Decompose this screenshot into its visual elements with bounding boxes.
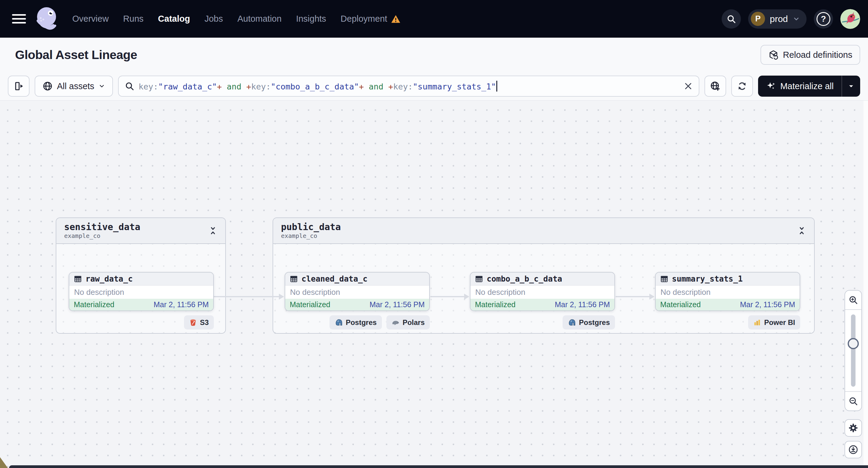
asset-badges-row: PostgresPolars	[285, 315, 430, 330]
status-badge: Materialized	[290, 300, 331, 309]
group-name: public_data	[281, 222, 341, 232]
nav-item-label: Runs	[123, 14, 144, 24]
kind-badge-postgres[interactable]: Postgres	[563, 315, 615, 330]
hamburger-menu-icon[interactable]	[12, 14, 26, 24]
environment-label: prod	[770, 14, 788, 24]
nav-item-jobs[interactable]: Jobs	[205, 14, 223, 24]
asset-description: No description	[285, 285, 429, 299]
zoom-slider-track[interactable]	[851, 314, 856, 387]
close-icon	[684, 82, 693, 91]
asset-name: summary_stats_1	[672, 274, 743, 283]
table-icon	[74, 275, 82, 283]
collapse-group-icon[interactable]	[797, 226, 806, 235]
kind-badge-label: Power BI	[764, 318, 795, 327]
postgres-icon	[568, 318, 576, 326]
nav-item-label: Catalog	[158, 14, 190, 24]
kind-badge-label: Polars	[403, 318, 425, 327]
materialization-timestamp[interactable]: Mar 2, 11:56 PM	[370, 300, 425, 309]
graph-settings-button[interactable]	[844, 419, 862, 437]
zoom-out-button[interactable]	[845, 391, 861, 410]
right-gutter	[864, 101, 868, 468]
lineage-toolbar: All assets key:"raw_data_c"+ and +key:"c…	[0, 72, 868, 101]
collapse-group-icon[interactable]	[209, 226, 217, 235]
dagster-logo-icon[interactable]	[33, 4, 61, 33]
asset-status-row: MaterializedMar 2, 11:56 PM	[69, 299, 213, 311]
group-code-location: example_co	[281, 232, 341, 240]
kind-badge-s3[interactable]: S3	[184, 315, 214, 330]
group-header: public_dataexample_co	[273, 218, 814, 244]
search-query[interactable]: key:"raw_data_c"+ and +key:"combo_a_b_c_…	[138, 81, 679, 92]
kind-badge-label: Postgres	[579, 318, 610, 327]
s3-icon	[189, 319, 197, 326]
zoom-slider-thumb[interactable]	[848, 338, 859, 349]
group-titles: sensitive_dataexample_co	[64, 222, 141, 240]
zoom-control	[844, 290, 862, 411]
asset-search-input[interactable]: key:"raw_data_c"+ and +key:"combo_a_b_c_…	[118, 75, 699, 97]
kind-badge-polars[interactable]: Polars	[386, 315, 430, 330]
asset-node-combo_a_b_c_data[interactable]: combo_a_b_c_dataNo descriptionMaterializ…	[470, 272, 615, 311]
nav-item-label: Jobs	[205, 14, 223, 24]
nav-item-runs[interactable]: Runs	[123, 14, 144, 24]
asset-node-raw_data_c[interactable]: raw_data_cNo descriptionMaterializedMar …	[69, 272, 214, 311]
download-image-button[interactable]	[844, 441, 862, 458]
zoom-slider[interactable]	[845, 310, 861, 391]
asset-node-cleaned_data_c[interactable]: cleaned_data_cNo descriptionMaterialized…	[285, 272, 430, 311]
asset-name: cleaned_data_c	[302, 274, 367, 283]
download-icon	[848, 444, 858, 455]
query-segment: +	[388, 82, 393, 91]
corner-artifact	[0, 457, 8, 468]
reload-definitions-label: Reload definitions	[783, 50, 852, 60]
asset-node-header: raw_data_c	[69, 273, 213, 285]
question-mark-icon: ?	[816, 12, 830, 26]
asset-badges-row: Postgres	[470, 315, 615, 330]
top-navbar: OverviewRunsCatalogJobsAutomationInsight…	[0, 0, 868, 38]
asset-description: No description	[656, 285, 800, 299]
nav-item-catalog[interactable]: Catalog	[158, 14, 190, 24]
powerbi-icon	[753, 319, 761, 326]
nav-item-label: Insights	[296, 14, 326, 24]
table-icon	[290, 275, 298, 283]
nav-item-overview[interactable]: Overview	[72, 14, 109, 24]
asset-node-summary_stats_1[interactable]: summary_stats_1No descriptionMaterialize…	[655, 272, 800, 311]
nav-item-deployment[interactable]: Deployment	[341, 14, 401, 24]
query-segment: +	[217, 82, 222, 91]
open-left-panel-button[interactable]	[8, 75, 30, 97]
nav-right-cluster: P prod ?	[722, 9, 860, 29]
user-avatar[interactable]	[840, 9, 860, 29]
global-search-button[interactable]	[722, 9, 741, 29]
kind-badge-postgres[interactable]: Postgres	[330, 315, 382, 330]
materialize-options-caret[interactable]	[842, 75, 860, 97]
kind-badge-power-bi[interactable]: Power BI	[748, 315, 800, 330]
help-button[interactable]: ?	[814, 9, 833, 29]
status-badge: Materialized	[74, 300, 115, 309]
query-segment: "combo_a_b_c_data"	[271, 82, 359, 91]
asset-scope-dropdown[interactable]: All assets	[35, 75, 113, 97]
status-badge: Materialized	[660, 300, 701, 309]
environment-switcher[interactable]: P prod	[748, 9, 807, 29]
materialization-timestamp[interactable]: Mar 2, 11:56 PM	[740, 300, 795, 309]
page-header: Global Asset Lineage Reload definitions	[0, 38, 868, 72]
bottom-toast-edge	[9, 465, 868, 468]
kind-badge-label: Postgres	[346, 318, 377, 327]
gear-icon	[848, 423, 858, 433]
panel-toggle-icon	[13, 81, 24, 91]
reload-definitions-button[interactable]: Reload definitions	[761, 45, 860, 65]
nav-item-insights[interactable]: Insights	[296, 14, 326, 24]
table-icon	[660, 275, 668, 283]
refresh-button[interactable]	[731, 75, 753, 97]
new-tab-globe-button[interactable]	[705, 75, 726, 97]
chevron-down-icon	[793, 15, 800, 23]
group-header: sensitive_dataexample_co	[56, 218, 225, 244]
asset-node-header: cleaned_data_c	[285, 273, 429, 285]
materialization-timestamp[interactable]: Mar 2, 11:56 PM	[154, 300, 209, 309]
asset-name: raw_data_c	[86, 274, 133, 283]
zoom-in-button[interactable]	[845, 291, 861, 310]
materialize-all-label: Materialize all	[780, 81, 834, 91]
clear-search-button[interactable]	[684, 82, 693, 91]
nav-item-automation[interactable]: Automation	[237, 14, 282, 24]
materialization-timestamp[interactable]: Mar 2, 11:56 PM	[555, 300, 610, 309]
sparkles-icon	[766, 81, 776, 91]
lineage-canvas[interactable]: sensitive_dataexample_copublic_dataexamp…	[0, 101, 868, 468]
nav-item-label: Automation	[237, 14, 282, 24]
materialize-all-button[interactable]: Materialize all	[758, 75, 841, 97]
